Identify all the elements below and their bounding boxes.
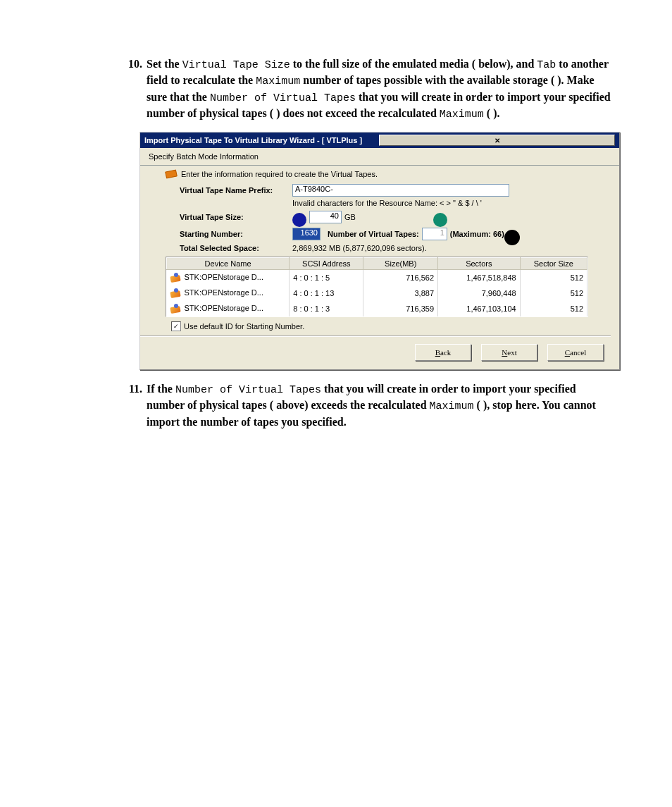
col-sectors[interactable]: Sectors — [438, 258, 521, 270]
input-prefix[interactable]: A-T9840C- — [292, 184, 509, 197]
tape-icon — [165, 169, 178, 178]
row-size: Virtual Tape Size: 40 GB — [180, 210, 611, 224]
label-start: Starting Number: — [180, 230, 292, 238]
row-total: Total Selected Space: 2,869,932 MB (5,87… — [180, 244, 611, 252]
close-icon[interactable]: ✕ — [379, 135, 615, 146]
instruction-step-11: 11. If the Number of Virtual Tapes that … — [125, 381, 616, 429]
back-button[interactable]: Back — [415, 344, 471, 361]
invalid-chars-note: Invalid characters for the Resource Name… — [292, 199, 611, 207]
device-table: Device Name SCSI Address Size(MB) Sector… — [166, 257, 588, 317]
disk-icon — [170, 273, 182, 283]
intro-text: Enter the information required to create… — [181, 170, 378, 178]
wizard-subtitle: Specify Batch Mode Information — [140, 148, 619, 166]
window-title: Import Physical Tape To Virtual Library … — [144, 136, 379, 144]
unit-gb: GB — [344, 213, 356, 221]
input-size[interactable]: 40 — [309, 211, 342, 223]
row-default-id[interactable]: ✓ Use default ID for Starting Number. — [171, 321, 611, 331]
label-prefix: Virtual Tape Name Prefix: — [180, 186, 292, 195]
label-numtapes: Number of Virtual Tapes: — [328, 230, 419, 238]
disk-icon — [170, 288, 182, 298]
input-numtapes[interactable]: 1 — [422, 228, 447, 240]
label-maximum: (Maximum: 66) — [450, 230, 504, 238]
button-row: Back Next Cancel — [166, 337, 611, 362]
col-size[interactable]: Size(MB) — [363, 258, 438, 270]
row-start: Starting Number: 1630 Number of Virtual … — [180, 226, 611, 242]
callout-teal-dot — [433, 213, 447, 227]
step-text: Set the Virtual Tape Size to the full si… — [147, 58, 611, 119]
col-sector-size[interactable]: Sector Size — [520, 258, 587, 270]
value-total: 2,869,932 MB (5,877,620,096 sectors). — [292, 244, 427, 252]
label-size: Virtual Tape Size: — [180, 213, 292, 221]
row-prefix: Virtual Tape Name Prefix: A-T9840C- — [180, 184, 611, 197]
wizard-body: Enter the information required to create… — [140, 166, 619, 369]
table-row[interactable]: STK:OPENstorage D... 8 : 0 : 1 : 3 716,3… — [167, 301, 587, 316]
col-device-name[interactable]: Device Name — [167, 258, 290, 270]
table-header-row: Device Name SCSI Address Size(MB) Sector… — [167, 258, 587, 270]
label-total: Total Selected Space: — [180, 244, 292, 252]
step-text: If the Number of Virtual Tapes that you … — [147, 383, 596, 428]
cancel-button[interactable]: Cancel — [547, 344, 604, 361]
disk-icon — [170, 304, 182, 314]
input-start[interactable]: 1630 — [292, 228, 321, 240]
titlebar[interactable]: Import Physical Tape To Virtual Library … — [140, 133, 619, 148]
callout-black-dot — [504, 230, 520, 245]
import-wizard-window: Import Physical Tape To Virtual Library … — [139, 132, 620, 370]
step-number: 10. — [121, 56, 142, 72]
step-number: 11. — [121, 381, 142, 397]
intro-row: Enter the information required to create… — [166, 170, 611, 178]
next-button[interactable]: Next — [481, 344, 537, 361]
checkbox-default-id[interactable]: ✓ — [171, 321, 181, 331]
table-row[interactable]: STK:OPENstorage D... 4 : 0 : 1 : 5 716,5… — [167, 270, 587, 286]
instruction-step-10: 10. Set the Virtual Tape Size to the ful… — [125, 56, 616, 122]
callout-blue-dot — [292, 213, 306, 227]
label-default-id: Use default ID for Starting Number. — [184, 322, 304, 331]
col-scsi[interactable]: SCSI Address — [290, 258, 363, 270]
table-row[interactable]: STK:OPENstorage D... 4 : 0 : 1 : 13 3,88… — [167, 285, 587, 301]
